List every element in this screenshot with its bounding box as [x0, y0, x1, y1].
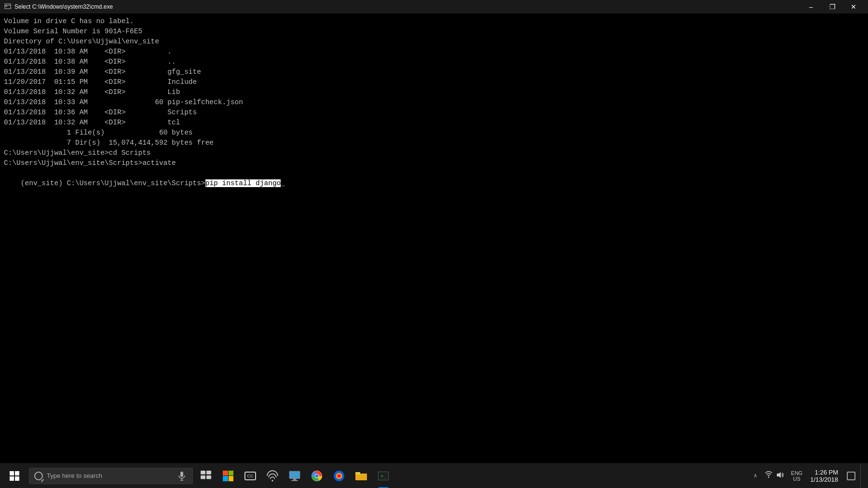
terminal-line: Directory of C:\Users\Ujjwal\env_site: [4, 37, 864, 47]
network-icon[interactable]: [765, 471, 773, 481]
svg-rect-2: [5, 6, 7, 7]
terminal-window: Volume in drive C has no label. Volume S…: [0, 14, 868, 463]
show-hidden-icons-button[interactable]: ∧: [750, 463, 760, 488]
svg-rect-13: [291, 480, 298, 481]
svg-rect-11: [289, 471, 300, 478]
terminal-line: 01/13/2018 10:36 AM <DIR> Scripts: [4, 108, 864, 118]
language-indicator[interactable]: ENG US: [789, 470, 804, 482]
terminal-line: 1 File(s) 60 bytes: [4, 128, 864, 138]
clock[interactable]: 1:26 PM 1/13/2018: [806, 463, 842, 488]
titlebar-icon: [4, 3, 12, 11]
terminal-line: 11/20/2017 01:15 PM <DIR> Include: [4, 77, 864, 87]
terminal-line: 01/13/2018 10:33 AM 60 pip-selfcheck.jso…: [4, 97, 864, 108]
show-desktop-button[interactable]: [860, 463, 863, 488]
terminal-line: 01/13/2018 10:32 AM <DIR> Lib: [4, 87, 864, 97]
taskbar-cmd[interactable]: >_: [372, 463, 394, 488]
terminal-line: 01/13/2018 10:39 AM <DIR> gfg_site: [4, 67, 864, 77]
svg-point-16: [315, 474, 319, 477]
terminal-activate-line: C:\Users\Ujjwal\env_site\Scripts>activat…: [4, 158, 864, 168]
taskbar-search[interactable]: Type here to search: [29, 468, 193, 484]
taskbar-connect[interactable]: [261, 463, 284, 488]
terminal-line: Volume Serial Number is 901A-F6E5: [4, 27, 864, 37]
title-bar: Select C:\Windows\system32\cmd.exe – ❐ ✕: [0, 0, 868, 14]
svg-point-10: [271, 480, 273, 481]
volume-icon[interactable]: [776, 471, 784, 481]
terminal-line: Volume in drive C has no label.: [4, 16, 864, 27]
chevron-up-icon: ∧: [754, 472, 757, 479]
search-placeholder: Type here to search: [47, 472, 102, 479]
closed-captions-icon: CC: [244, 472, 256, 480]
taskbar-pc-settings[interactable]: [284, 463, 306, 488]
svg-rect-3: [180, 472, 183, 477]
system-tray: [762, 471, 787, 481]
start-button[interactable]: [2, 463, 27, 488]
svg-point-22: [768, 477, 769, 478]
svg-rect-8: [201, 475, 205, 479]
clock-time: 1:26 PM: [815, 469, 838, 476]
terminal-line: 7 Dir(s) 15,074,414,592 bytes free: [4, 138, 864, 148]
terminal-line: 01/13/2018 10:32 AM <DIR> tcl: [4, 118, 864, 128]
svg-rect-7: [206, 471, 211, 474]
notification-center-button[interactable]: [844, 463, 858, 488]
svg-point-19: [338, 474, 341, 477]
terminal-line: 01/13/2018 10:38 AM <DIR> .: [4, 47, 864, 57]
svg-marker-23: [777, 472, 781, 478]
lang-line1: ENG: [791, 470, 802, 476]
terminal-cursor: _: [281, 179, 285, 187]
svg-rect-21: [355, 472, 360, 474]
terminal-command-highlighted: pip install django: [205, 179, 281, 187]
taskbar-file-explorer[interactable]: [350, 463, 372, 488]
terminal-icon: >_: [378, 472, 389, 480]
taskbar-right: ∧ ENG: [747, 463, 866, 488]
taskbar-task-view[interactable]: [195, 463, 217, 488]
clock-date: 1/13/2018: [810, 476, 838, 483]
terminal-line: 01/13/2018 10:38 AM <DIR> ..: [4, 57, 864, 67]
restore-button[interactable]: ❐: [822, 0, 843, 14]
taskbar-firefox[interactable]: [328, 463, 350, 488]
window-controls: – ❐ ✕: [800, 0, 864, 14]
svg-rect-12: [293, 478, 297, 480]
terminal-current-line[interactable]: (env_site) C:\Users\Ujjwal\env_site\Scri…: [4, 168, 864, 199]
titlebar-title: Select C:\Windows\system32\cmd.exe: [14, 3, 800, 10]
lang-line2: US: [793, 476, 800, 482]
taskbar-closed-captions[interactable]: CC: [239, 463, 261, 488]
windows-logo-icon: [10, 471, 19, 481]
colored-grid-icon: [223, 471, 233, 481]
svg-rect-9: [206, 475, 211, 479]
taskbar: Type here to search CC: [0, 463, 868, 488]
terminal-prompt: (env_site) C:\Users\Ujjwal\env_site\Scri…: [21, 179, 205, 187]
search-icon: [34, 472, 43, 480]
terminal-cd-line: C:\Users\Ujjwal\env_site>cd Scripts: [4, 148, 864, 158]
taskbar-windows-store[interactable]: [217, 463, 239, 488]
svg-rect-6: [201, 471, 205, 474]
close-button[interactable]: ✕: [843, 0, 864, 14]
svg-rect-24: [847, 472, 855, 480]
taskbar-chrome[interactable]: [306, 463, 328, 488]
minimize-button[interactable]: –: [800, 0, 822, 14]
microphone-icon[interactable]: [176, 470, 188, 482]
svg-rect-20: [355, 474, 367, 480]
